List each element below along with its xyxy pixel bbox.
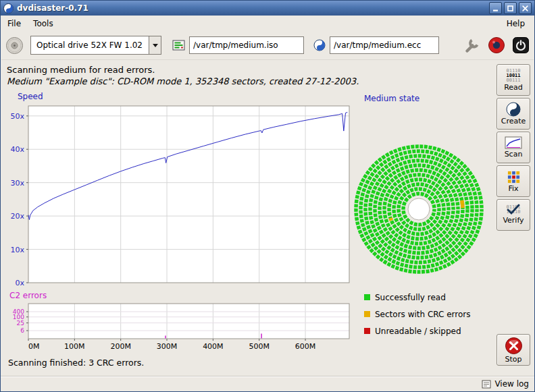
verify-check-icon: 01101 10110 — [505, 205, 522, 216]
action-sidebar: 01110 10011 00111 Read Create — [496, 61, 530, 376]
scan-chart: 0M100M200M300M400M500M600M0x10x20x30x40x… — [1, 90, 359, 355]
drive-icon — [5, 36, 24, 55]
ecc-file-icon — [313, 39, 326, 51]
close-button[interactable] — [519, 2, 532, 14]
yin-yang-icon — [506, 102, 521, 117]
drive-select[interactable]: Optical drive 52X FW 1.02 — [30, 36, 161, 55]
svg-text:25: 25 — [17, 320, 24, 327]
menu-help[interactable]: Help — [501, 17, 531, 30]
fix-button[interactable]: Fix — [496, 165, 530, 197]
legend-label: Successfully read — [375, 293, 446, 302]
scan-result-text: Scanning finished: 3 CRC errors. — [8, 358, 144, 368]
minimize-icon — [492, 5, 499, 12]
read-button-label: Read — [504, 83, 523, 92]
medium-state-label: Medium state — [364, 94, 419, 103]
status-line-2: Medium "Example disc": CD-ROM mode 1, 35… — [7, 76, 359, 86]
main-content: Scanning medium for read errors. Medium … — [1, 61, 534, 376]
svg-text:400M: 400M — [203, 342, 224, 351]
menubar: File Tools Help — [1, 16, 534, 31]
help-button[interactable] — [488, 36, 505, 54]
legend: Successfully read Sectors with CRC error… — [364, 289, 471, 339]
preferences-button[interactable] — [463, 36, 481, 54]
app-window: dvdisaster-0.71 File Tools Help Optical … — [0, 0, 535, 392]
svg-text:6: 6 — [20, 327, 24, 334]
svg-text:20x: 20x — [10, 212, 24, 221]
stop-button-label: Stop — [505, 355, 521, 364]
svg-text:100M: 100M — [64, 342, 85, 351]
legend-swatch — [364, 311, 370, 317]
stop-button[interactable]: Stop — [496, 334, 530, 366]
svg-text:300M: 300M — [157, 342, 178, 351]
svg-text:200M: 200M — [110, 342, 131, 351]
image-file-icon — [172, 40, 185, 51]
svg-text:10x: 10x — [10, 246, 24, 254]
create-button-label: Create — [501, 117, 526, 125]
ecc-path-input[interactable] — [330, 36, 439, 54]
scan-button-label: Scan — [505, 150, 523, 159]
scan-button[interactable]: Scan — [496, 132, 530, 163]
legend-swatch — [364, 294, 370, 300]
legend-label: Sectors with CRC errors — [375, 310, 471, 319]
quit-button[interactable] — [512, 36, 530, 54]
fix-button-label: Fix — [508, 184, 518, 193]
stop-icon — [505, 337, 523, 355]
app-icon — [3, 3, 14, 13]
verify-button-label: Verify — [503, 216, 524, 225]
svg-text:500M: 500M — [249, 342, 270, 351]
create-button[interactable]: Create — [496, 98, 530, 130]
iso-path-input[interactable] — [189, 36, 304, 54]
chart-icon — [505, 136, 522, 150]
legend-label: Unreadable / skipped — [375, 327, 461, 336]
svg-text:40x: 40x — [10, 145, 24, 154]
status-line-1: Scanning medium for read errors. — [7, 65, 155, 75]
maximize-icon — [507, 5, 514, 12]
power-icon — [512, 36, 530, 54]
log-document-icon — [482, 380, 491, 389]
legend-item: Unreadable / skipped — [364, 323, 471, 339]
crc-error-sector — [390, 218, 391, 221]
menu-tools[interactable]: Tools — [27, 17, 59, 30]
read-button[interactable]: 01110 10011 00111 Read — [496, 64, 530, 96]
svg-text:Speed: Speed — [18, 92, 43, 101]
statusbar: View log — [1, 376, 534, 391]
medium-state-disc — [353, 143, 485, 275]
pixel-repair-icon — [507, 170, 521, 184]
svg-text:600M: 600M — [295, 342, 316, 351]
view-log-label: View log — [494, 379, 529, 389]
svg-text:0M: 0M — [28, 342, 40, 351]
menu-file[interactable]: File — [1, 17, 27, 30]
verify-button[interactable]: 01101 10110 Verify — [496, 199, 530, 231]
chevron-down-icon — [149, 36, 161, 54]
minimize-button[interactable] — [489, 2, 502, 14]
crc-error-sector — [462, 200, 463, 204]
legend-swatch — [364, 328, 370, 334]
close-icon — [521, 5, 529, 12]
view-log-button[interactable]: View log — [482, 379, 529, 389]
maximize-button[interactable] — [504, 2, 517, 14]
legend-item: Sectors with CRC errors — [364, 306, 471, 323]
svg-text:30x: 30x — [10, 179, 24, 188]
svg-text:C2 errors: C2 errors — [9, 291, 47, 300]
window-title: dvdisaster-0.71 — [17, 3, 487, 13]
binary-read-icon: 01110 10011 00111 — [506, 69, 520, 83]
toolbar: Optical drive 52X FW 1.02 — [1, 31, 534, 60]
svg-text:50x: 50x — [10, 112, 24, 121]
wrench-icon — [463, 36, 481, 54]
red-ring-icon — [488, 36, 505, 54]
svg-text:0x: 0x — [15, 279, 24, 287]
titlebar: dvdisaster-0.71 — [1, 1, 534, 16]
legend-item: Successfully read — [364, 289, 471, 306]
drive-select-value: Optical drive 52X FW 1.02 — [31, 36, 149, 54]
